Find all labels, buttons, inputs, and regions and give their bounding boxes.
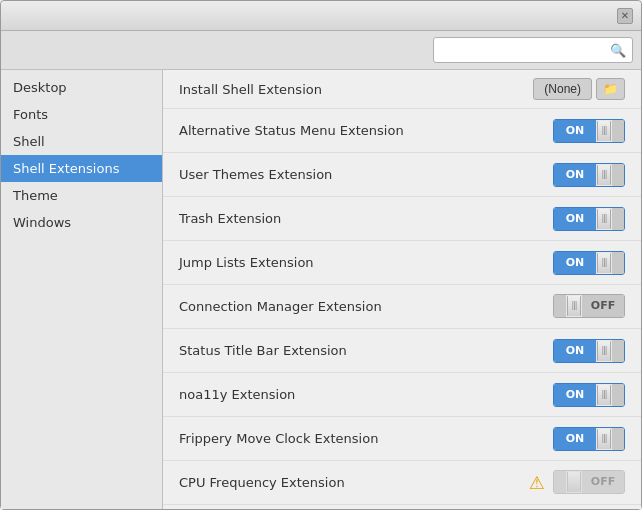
content-area: DesktopFontsShellShell ExtensionsThemeWi… [1, 70, 641, 509]
toggle-handle: ||| [597, 209, 611, 229]
toggle-off-part: OFF [582, 471, 624, 493]
toggle-wrapper-frippery-move-clock: ON ||| [553, 427, 625, 451]
search-icon: 🔍 [610, 43, 626, 58]
extension-name-jump-lists: Jump Lists Extension [179, 255, 553, 270]
toggle-wrapper-noa11y: ON ||| [553, 383, 625, 407]
extension-row-jump-lists: Jump Lists Extension ON ||| [163, 241, 641, 285]
toggle-off-part [612, 120, 624, 142]
extension-row-alt-status: Alternative Status Menu Extension ON ||| [163, 109, 641, 153]
toggle-handle: ||| [597, 385, 611, 405]
toggle-user-themes[interactable]: ON ||| [553, 163, 625, 187]
toggle-jump-lists[interactable]: ON ||| [553, 251, 625, 275]
toggle-trash[interactable]: ON ||| [553, 207, 625, 231]
toggle-off-part [612, 340, 624, 362]
sidebar-item-desktop[interactable]: Desktop [1, 74, 162, 101]
toggle-off-part [612, 428, 624, 450]
extension-row-noa11y: noa11y Extension ON ||| [163, 373, 641, 417]
extension-row-connection-manager: Connection Manager Extension ||| OFF [163, 285, 641, 329]
toggle-handle: ||| [597, 121, 611, 141]
extension-row-cpu-frequency: CPU Frequency Extension⚠ OFF [163, 461, 641, 505]
toggle-off-part [612, 252, 624, 274]
sidebar-item-windows[interactable]: Windows [1, 209, 162, 236]
toggle-on-part: ON [554, 164, 596, 186]
toggle-on-part: ON [554, 384, 596, 406]
warning-icon-cpu-frequency: ⚠ [529, 472, 545, 493]
install-extension-label: Install Shell Extension [179, 82, 533, 97]
toggle-handle: ||| [597, 253, 611, 273]
extension-row-status-title-bar: Status Title Bar Extension ON ||| [163, 329, 641, 373]
extension-name-noa11y: noa11y Extension [179, 387, 553, 402]
extension-name-status-title-bar: Status Title Bar Extension [179, 343, 553, 358]
search-box: 🔍 [433, 37, 633, 63]
install-control: (None) 📁 [533, 78, 625, 100]
none-button[interactable]: (None) [533, 78, 592, 100]
search-input[interactable] [440, 43, 610, 57]
toggle-connection-manager[interactable]: ||| OFF [553, 294, 625, 318]
toggle-handle: ||| [567, 296, 581, 316]
titlebar: ✕ [1, 1, 641, 31]
toggle-alt-status[interactable]: ON ||| [553, 119, 625, 143]
toolbar: 🔍 [1, 31, 641, 70]
sidebar-item-shell[interactable]: Shell [1, 128, 162, 155]
toggle-cpu-frequency: OFF [553, 470, 625, 494]
toggle-wrapper-connection-manager: ||| OFF [553, 294, 625, 320]
toggle-wrapper-user-themes: ON ||| [553, 163, 625, 187]
toggle-frippery-move-clock[interactable]: ON ||| [553, 427, 625, 451]
sidebar-item-theme[interactable]: Theme [1, 182, 162, 209]
sidebar: DesktopFontsShellShell ExtensionsThemeWi… [1, 70, 163, 509]
sidebar-item-fonts[interactable]: Fonts [1, 101, 162, 128]
toggle-off-part: OFF [582, 295, 624, 317]
toggle-on-part [554, 471, 566, 493]
extension-name-frippery-move-clock: Frippery Move Clock Extension [179, 431, 553, 446]
folder-button[interactable]: 📁 [596, 78, 625, 100]
toggle-off-part [612, 384, 624, 406]
toggle-wrapper-jump-lists: ON ||| [553, 251, 625, 275]
main-panel: Install Shell Extension (None) 📁 Alterna… [163, 70, 641, 509]
toggle-status-title-bar[interactable]: ON ||| [553, 339, 625, 363]
toggle-on-part: ON [554, 208, 596, 230]
close-button[interactable]: ✕ [617, 8, 633, 24]
toggle-on-part: ON [554, 120, 596, 142]
toggle-handle: ||| [597, 341, 611, 361]
toggle-off-part [612, 164, 624, 186]
toggle-wrapper-alt-status: ON ||| [553, 119, 625, 143]
toggle-wrapper-trash: ON ||| [553, 207, 625, 231]
toggle-handle [567, 472, 581, 492]
install-extension-row: Install Shell Extension (None) 📁 [163, 70, 641, 109]
toggle-noa11y[interactable]: ON ||| [553, 383, 625, 407]
toggle-handle: ||| [597, 165, 611, 185]
extension-row-user-themes: User Themes Extension ON ||| [163, 153, 641, 197]
toggle-on-part: ON [554, 340, 596, 362]
extension-name-user-themes: User Themes Extension [179, 167, 553, 182]
extension-name-trash: Trash Extension [179, 211, 553, 226]
toggle-handle: ||| [597, 429, 611, 449]
toggle-on-part: ON [554, 428, 596, 450]
extension-row-trash: Trash Extension ON ||| [163, 197, 641, 241]
toggle-wrapper-cpu-frequency: OFF [553, 470, 625, 496]
toggle-on-part [554, 295, 566, 317]
toggle-on-part: ON [554, 252, 596, 274]
extension-name-cpu-frequency: CPU Frequency Extension [179, 475, 529, 490]
extension-row-frippery-move-clock: Frippery Move Clock Extension ON ||| [163, 417, 641, 461]
extension-name-connection-manager: Connection Manager Extension [179, 299, 553, 314]
extension-name-alt-status: Alternative Status Menu Extension [179, 123, 553, 138]
toggle-off-part [612, 208, 624, 230]
sidebar-item-shell-extensions[interactable]: Shell Extensions [1, 155, 162, 182]
toggle-wrapper-status-title-bar: ON ||| [553, 339, 625, 363]
window: ✕ 🔍 DesktopFontsShellShell ExtensionsThe… [0, 0, 642, 510]
